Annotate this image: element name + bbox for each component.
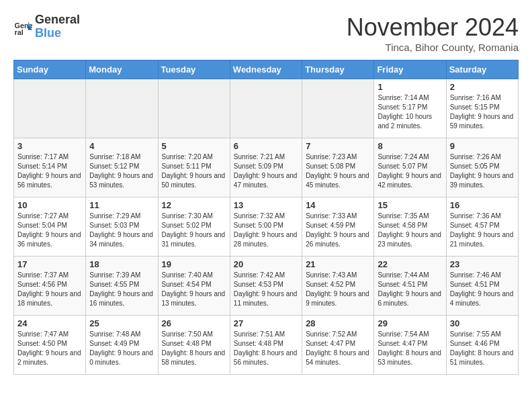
calendar-cell: 5Sunrise: 7:20 AM Sunset: 5:11 PM Daylig…	[158, 138, 230, 197]
day-info: Sunrise: 7:24 AM Sunset: 5:07 PM Dayligh…	[378, 152, 442, 190]
logo-line1: General	[35, 13, 80, 27]
logo-line2: Blue	[35, 27, 80, 40]
title-area: November 2024 Tinca, Bihor County, Roman…	[347, 13, 519, 53]
calendar-cell: 4Sunrise: 7:18 AM Sunset: 5:12 PM Daylig…	[86, 138, 158, 197]
calendar-cell: 13Sunrise: 7:32 AM Sunset: 5:00 PM Dayli…	[230, 197, 302, 257]
day-info: Sunrise: 7:48 AM Sunset: 4:49 PM Dayligh…	[89, 330, 154, 367]
day-number: 6	[234, 141, 298, 151]
day-number: 16	[450, 200, 515, 210]
calendar-cell: 27Sunrise: 7:51 AM Sunset: 4:48 PM Dayli…	[230, 316, 302, 375]
calendar-cell: 22Sunrise: 7:44 AM Sunset: 4:51 PM Dayli…	[374, 257, 446, 316]
calendar-week-row: 17Sunrise: 7:37 AM Sunset: 4:56 PM Dayli…	[14, 257, 519, 316]
day-number: 25	[89, 318, 154, 328]
header-monday: Monday	[86, 60, 158, 79]
day-info: Sunrise: 7:23 AM Sunset: 5:08 PM Dayligh…	[306, 152, 370, 190]
day-number: 8	[378, 141, 442, 151]
day-info: Sunrise: 7:35 AM Sunset: 4:58 PM Dayligh…	[378, 212, 442, 249]
day-number: 27	[234, 318, 298, 328]
day-number: 7	[306, 141, 370, 151]
calendar-cell: 15Sunrise: 7:35 AM Sunset: 4:58 PM Dayli…	[374, 197, 446, 257]
day-info: Sunrise: 7:55 AM Sunset: 4:46 PM Dayligh…	[450, 330, 515, 367]
day-info: Sunrise: 7:33 AM Sunset: 4:59 PM Dayligh…	[306, 212, 370, 249]
day-number: 28	[306, 318, 370, 328]
day-info: Sunrise: 7:16 AM Sunset: 5:15 PM Dayligh…	[450, 93, 515, 131]
day-number: 11	[89, 200, 154, 210]
calendar-cell: 30Sunrise: 7:55 AM Sunset: 4:46 PM Dayli…	[446, 316, 518, 375]
header-sunday: Sunday	[14, 60, 86, 79]
calendar-cell: 10Sunrise: 7:27 AM Sunset: 5:04 PM Dayli…	[14, 197, 86, 257]
day-number: 22	[378, 259, 442, 269]
svg-text:ral: ral	[15, 28, 24, 36]
header-wednesday: Wednesday	[230, 60, 302, 79]
calendar-cell	[158, 79, 230, 138]
day-number: 21	[306, 259, 370, 269]
day-number: 19	[162, 259, 226, 269]
day-info: Sunrise: 7:26 AM Sunset: 5:05 PM Dayligh…	[450, 152, 515, 190]
day-info: Sunrise: 7:30 AM Sunset: 5:02 PM Dayligh…	[162, 212, 226, 249]
day-info: Sunrise: 7:52 AM Sunset: 4:47 PM Dayligh…	[306, 330, 370, 367]
day-info: Sunrise: 7:36 AM Sunset: 4:57 PM Dayligh…	[450, 212, 515, 249]
day-info: Sunrise: 7:51 AM Sunset: 4:48 PM Dayligh…	[234, 330, 298, 367]
day-number: 4	[89, 141, 154, 151]
calendar-table: SundayMondayTuesdayWednesdayThursdayFrid…	[13, 60, 519, 375]
day-number: 23	[450, 259, 515, 269]
day-number: 15	[378, 200, 442, 210]
day-number: 2	[450, 82, 515, 92]
calendar-week-row: 10Sunrise: 7:27 AM Sunset: 5:04 PM Dayli…	[14, 197, 519, 257]
day-number: 30	[450, 318, 515, 328]
day-number: 20	[234, 259, 298, 269]
day-info: Sunrise: 7:54 AM Sunset: 4:47 PM Dayligh…	[378, 330, 442, 367]
logo-icon: Gene ral	[13, 17, 32, 36]
month-title: November 2024	[347, 13, 519, 42]
calendar-cell: 2Sunrise: 7:16 AM Sunset: 5:15 PM Daylig…	[446, 79, 518, 138]
calendar-cell: 16Sunrise: 7:36 AM Sunset: 4:57 PM Dayli…	[446, 197, 518, 257]
calendar-cell: 21Sunrise: 7:43 AM Sunset: 4:52 PM Dayli…	[302, 257, 374, 316]
calendar-cell	[14, 79, 86, 138]
calendar-cell: 24Sunrise: 7:47 AM Sunset: 4:50 PM Dayli…	[14, 316, 86, 375]
day-info: Sunrise: 7:44 AM Sunset: 4:51 PM Dayligh…	[378, 271, 442, 308]
calendar-header-row: SundayMondayTuesdayWednesdayThursdayFrid…	[14, 60, 519, 79]
logo: Gene ral General Blue	[13, 13, 80, 40]
day-info: Sunrise: 7:42 AM Sunset: 4:53 PM Dayligh…	[234, 271, 298, 308]
day-info: Sunrise: 7:43 AM Sunset: 4:52 PM Dayligh…	[306, 271, 370, 308]
calendar-cell: 11Sunrise: 7:29 AM Sunset: 5:03 PM Dayli…	[86, 197, 158, 257]
calendar-cell: 25Sunrise: 7:48 AM Sunset: 4:49 PM Dayli…	[86, 316, 158, 375]
calendar-cell	[230, 79, 302, 138]
day-info: Sunrise: 7:47 AM Sunset: 4:50 PM Dayligh…	[17, 330, 82, 367]
calendar-cell: 18Sunrise: 7:39 AM Sunset: 4:55 PM Dayli…	[86, 257, 158, 316]
day-info: Sunrise: 7:17 AM Sunset: 5:14 PM Dayligh…	[17, 152, 82, 190]
day-number: 24	[17, 318, 82, 328]
day-number: 29	[378, 318, 442, 328]
calendar-week-row: 3Sunrise: 7:17 AM Sunset: 5:14 PM Daylig…	[14, 138, 519, 197]
calendar-cell: 12Sunrise: 7:30 AM Sunset: 5:02 PM Dayli…	[158, 197, 230, 257]
day-info: Sunrise: 7:21 AM Sunset: 5:09 PM Dayligh…	[234, 152, 298, 190]
header-thursday: Thursday	[302, 60, 374, 79]
calendar-week-row: 24Sunrise: 7:47 AM Sunset: 4:50 PM Dayli…	[14, 316, 519, 375]
day-number: 3	[17, 141, 82, 151]
header-saturday: Saturday	[446, 60, 518, 79]
day-info: Sunrise: 7:32 AM Sunset: 5:00 PM Dayligh…	[234, 212, 298, 249]
day-number: 10	[17, 200, 82, 210]
day-number: 17	[17, 259, 82, 269]
day-number: 18	[89, 259, 154, 269]
calendar-cell: 26Sunrise: 7:50 AM Sunset: 4:48 PM Dayli…	[158, 316, 230, 375]
calendar-cell: 9Sunrise: 7:26 AM Sunset: 5:05 PM Daylig…	[446, 138, 518, 197]
day-info: Sunrise: 7:37 AM Sunset: 4:56 PM Dayligh…	[17, 271, 82, 308]
subtitle: Tinca, Bihor County, Romania	[347, 42, 519, 53]
calendar-cell: 20Sunrise: 7:42 AM Sunset: 4:53 PM Dayli…	[230, 257, 302, 316]
calendar-cell: 6Sunrise: 7:21 AM Sunset: 5:09 PM Daylig…	[230, 138, 302, 197]
day-number: 14	[306, 200, 370, 210]
calendar-cell	[302, 79, 374, 138]
calendar-week-row: 1Sunrise: 7:14 AM Sunset: 5:17 PM Daylig…	[14, 79, 519, 138]
day-info: Sunrise: 7:14 AM Sunset: 5:17 PM Dayligh…	[378, 93, 442, 131]
calendar-cell: 19Sunrise: 7:40 AM Sunset: 4:54 PM Dayli…	[158, 257, 230, 316]
day-info: Sunrise: 7:27 AM Sunset: 5:04 PM Dayligh…	[17, 212, 82, 249]
calendar-cell: 17Sunrise: 7:37 AM Sunset: 4:56 PM Dayli…	[14, 257, 86, 316]
page-header: Gene ral General Blue November 2024 Tinc…	[13, 13, 519, 53]
calendar-cell: 29Sunrise: 7:54 AM Sunset: 4:47 PM Dayli…	[374, 316, 446, 375]
day-info: Sunrise: 7:29 AM Sunset: 5:03 PM Dayligh…	[89, 212, 154, 249]
calendar-cell: 8Sunrise: 7:24 AM Sunset: 5:07 PM Daylig…	[374, 138, 446, 197]
calendar-cell: 1Sunrise: 7:14 AM Sunset: 5:17 PM Daylig…	[374, 79, 446, 138]
calendar-cell	[86, 79, 158, 138]
day-info: Sunrise: 7:50 AM Sunset: 4:48 PM Dayligh…	[162, 330, 226, 367]
